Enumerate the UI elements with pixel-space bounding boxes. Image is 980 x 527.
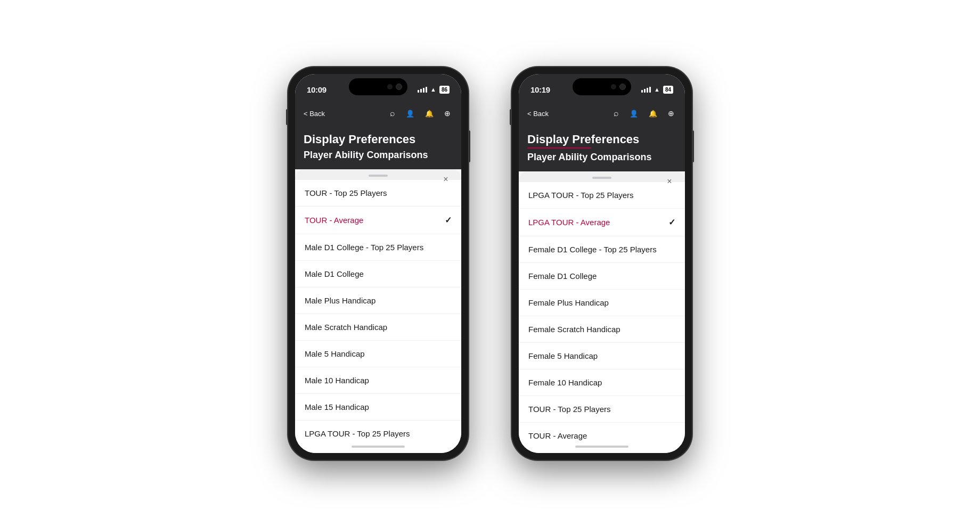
search-icon[interactable]: ⌕ [611, 106, 621, 120]
list-item-label: Female Plus Handicap [528, 298, 609, 307]
island-camera [619, 84, 626, 90]
notification-icon[interactable]: 🔔 [647, 108, 659, 120]
list-item-label: Female D1 College - Top 25 Players [528, 245, 657, 254]
list-item[interactable]: Male D1 College - Top 25 Players [295, 234, 461, 261]
list-item-label: TOUR - Average [528, 431, 587, 440]
home-bar [575, 446, 628, 448]
list-item-label: Male Scratch Handicap [305, 323, 387, 332]
island-camera [396, 84, 402, 90]
back-button[interactable]: < Back [304, 110, 325, 118]
list-item[interactable]: LPGA TOUR - Top 25 Players [295, 421, 461, 442]
list-item-label: Male D1 College - Top 25 Players [305, 243, 423, 252]
home-bar [352, 446, 405, 448]
nav-bar: < Back⌕👤🔔⊕ [519, 102, 685, 125]
list-item-label: Male 15 Handicap [305, 402, 369, 411]
person-icon[interactable]: 👤 [627, 108, 640, 120]
signal-bars-icon [418, 86, 427, 93]
options-list: TOUR - Top 25 PlayersTOUR - Average✓Male… [295, 180, 461, 442]
wifi-icon: ▲ [654, 86, 660, 93]
list-item-label: LPGA TOUR - Average [528, 218, 610, 227]
page-title: Display Preferences [304, 133, 453, 146]
list-item[interactable]: Male 10 Handicap [295, 367, 461, 394]
status-icons: ▲86 [418, 86, 450, 94]
list-item[interactable]: Female D1 College [519, 263, 685, 290]
dynamic-island [349, 78, 407, 95]
list-item-label: Female D1 College [528, 271, 597, 281]
add-icon[interactable]: ⊕ [666, 107, 676, 120]
list-item-label: Female Scratch Handicap [528, 325, 620, 334]
list-item[interactable]: TOUR - Top 25 Players [295, 180, 461, 207]
list-item-label: Female 10 Handicap [528, 378, 602, 387]
list-item-label: LPGA TOUR - Top 25 Players [305, 429, 410, 438]
nav-bar: < Back⌕👤🔔⊕ [295, 102, 461, 125]
home-indicator [519, 442, 685, 453]
list-item[interactable]: TOUR - Top 25 Players [519, 396, 685, 423]
phone-screen-0: 10:09▲86< Back⌕👤🔔⊕Display PreferencesPla… [295, 74, 461, 453]
list-item[interactable]: Female D1 College - Top 25 Players [519, 236, 685, 263]
tab-underline [527, 147, 591, 149]
list-item-label: Male Plus Handicap [305, 296, 375, 305]
home-indicator [295, 442, 461, 453]
checkmark-icon: ✓ [445, 215, 452, 225]
phone-right: 10:19▲84< Back⌕👤🔔⊕Display PreferencesPla… [511, 67, 692, 460]
page-subtitle: Player Ability Comparisons [527, 152, 676, 163]
list-item-label: Female 5 Handicap [528, 351, 598, 360]
back-button[interactable]: < Back [527, 110, 549, 118]
close-button[interactable]: × [663, 175, 676, 188]
list-item[interactable]: Male Plus Handicap [295, 287, 461, 314]
island-dot [611, 84, 616, 89]
list-item-label: Male D1 College [305, 269, 364, 278]
checkmark-icon: ✓ [668, 217, 675, 227]
list-item[interactable]: TOUR - Average [519, 423, 685, 442]
close-button[interactable]: × [439, 172, 453, 186]
list-item[interactable]: Female 10 Handicap [519, 369, 685, 396]
dynamic-island [573, 78, 631, 95]
signal-bars-icon [641, 86, 651, 93]
sheet-handle [592, 177, 611, 179]
list-item[interactable]: Female Plus Handicap [519, 290, 685, 316]
list-item[interactable]: Male 15 Handicap [295, 394, 461, 421]
page-subtitle: Player Ability Comparisons [304, 150, 453, 161]
battery-badge: 86 [439, 86, 450, 94]
bottom-sheet: ×LPGA TOUR - Top 25 PlayersLPGA TOUR - A… [519, 171, 685, 453]
options-list: LPGA TOUR - Top 25 PlayersLPGA TOUR - Av… [519, 182, 685, 442]
list-item-label: TOUR - Top 25 Players [528, 405, 611, 414]
list-item-label: TOUR - Average [305, 216, 363, 225]
list-item-label: Male 10 Handicap [305, 376, 369, 385]
add-icon[interactable]: ⊕ [442, 107, 453, 120]
sheet-handle [369, 175, 388, 177]
list-item-label: TOUR - Top 25 Players [305, 188, 387, 197]
page-header: Display PreferencesPlayer Ability Compar… [295, 125, 461, 169]
list-item[interactable]: Male D1 College [295, 261, 461, 287]
wifi-icon: ▲ [430, 86, 436, 93]
page-title: Display Preferences [527, 133, 676, 146]
island-dot [387, 84, 393, 89]
bottom-sheet: ×TOUR - Top 25 PlayersTOUR - Average✓Mal… [295, 169, 461, 453]
page-header: Display PreferencesPlayer Ability Compar… [519, 125, 685, 171]
list-item[interactable]: Female Scratch Handicap [519, 316, 685, 343]
list-item[interactable]: LPGA TOUR - Average✓ [519, 209, 685, 236]
list-item[interactable]: TOUR - Average✓ [295, 207, 461, 234]
list-item-label: LPGA TOUR - Top 25 Players [528, 191, 634, 200]
status-time: 10:19 [530, 85, 550, 94]
list-item[interactable]: Male Scratch Handicap [295, 314, 461, 341]
sheet-handle-row: × [519, 171, 685, 182]
search-icon[interactable]: ⌕ [388, 106, 397, 120]
person-icon[interactable]: 👤 [404, 108, 416, 120]
status-time: 10:09 [307, 85, 326, 94]
list-item[interactable]: Male 5 Handicap [295, 341, 461, 367]
list-item[interactable]: Female 5 Handicap [519, 343, 685, 369]
battery-badge: 84 [663, 86, 673, 94]
list-item[interactable]: LPGA TOUR - Top 25 Players [519, 182, 685, 209]
phone-wrapper: 10:09▲86< Back⌕👤🔔⊕Display PreferencesPla… [288, 67, 692, 460]
phone-left: 10:09▲86< Back⌕👤🔔⊕Display PreferencesPla… [288, 67, 469, 460]
notification-icon[interactable]: 🔔 [423, 108, 436, 120]
list-item-label: Male 5 Handicap [305, 349, 365, 358]
phone-screen-1: 10:19▲84< Back⌕👤🔔⊕Display PreferencesPla… [519, 74, 685, 453]
status-icons: ▲84 [641, 86, 673, 94]
sheet-handle-row: × [295, 169, 461, 180]
